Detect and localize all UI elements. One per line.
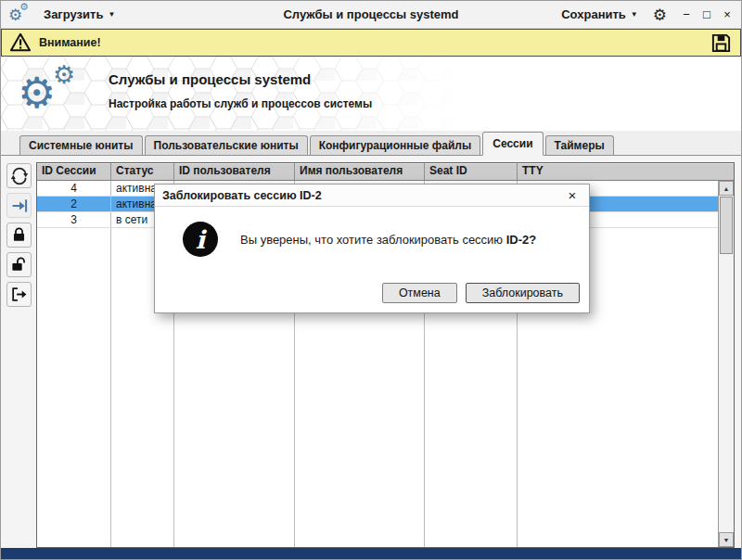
logout-arrow-icon [10,286,28,303]
vertical-scrollbar[interactable]: ▲ ▼ [718,181,734,547]
save-menu-button[interactable]: Сохранить ▼ [556,4,644,25]
page-subtitle: Настройка работы служб и процессов систе… [109,97,372,110]
empty-cell [37,228,111,547]
gear-icon: ⚙ [19,1,29,13]
column-header-tty[interactable]: TTY [518,163,734,181]
lock-confirm-button[interactable]: Заблокировать [466,283,580,303]
lock-closed-icon [10,226,28,244]
column-header-user-name[interactable]: Имя пользователя [295,163,425,181]
column-header-session-id[interactable]: ID Сессии [37,163,111,181]
app-logo-gears-icon: ⚙ ⚙ [18,66,92,125]
chevron-down-icon: ▼ [631,11,638,19]
info-icon: i [183,222,218,257]
gear-icon: ⚙ [18,71,56,114]
column-header-status[interactable]: Статус [111,163,174,181]
load-menu-label: Загрузить [44,7,103,21]
tab-user-units[interactable]: Пользовательские юниты [145,135,308,155]
tab-system-units[interactable]: Системные юниты [19,135,143,155]
close-button[interactable]: × [721,8,734,21]
session-toolbar [4,163,34,312]
dialog-close-icon[interactable]: × [563,187,582,203]
app-gears-icon: ⚙ ⚙ [8,4,32,26]
scrollbar-thumb[interactable] [720,197,733,254]
dialog-titlebar: Заблокировать сессию ID-2 × [155,185,589,207]
cancel-button[interactable]: Отмена [382,283,457,303]
refresh-button[interactable] [6,163,32,188]
save-floppy-icon[interactable] [710,32,732,54]
minimize-button[interactable]: − [680,8,693,21]
footer-bar [1,548,741,559]
tabbar: Системные юниты Пользовательские юниты К… [1,131,741,156]
load-menu-button[interactable]: Загрузить ▼ [38,4,121,25]
table-header-row: ID Сессии Статус ID пользователя Имя пол… [37,163,734,181]
lock-session-dialog: Заблокировать сессию ID-2 × i Вы уверены… [154,184,590,313]
maximize-button[interactable]: □ [700,8,713,21]
dialog-message-text: Вы уверены, что хотите заблокировать сес… [240,233,506,247]
page-title: Службы и процессы systemd [109,71,372,87]
dialog-message-target: ID-2? [506,233,537,247]
chevron-down-icon: ▼ [108,11,115,19]
settings-gear-icon[interactable]: ⚙ [653,6,667,24]
tab-timers[interactable]: Таймеры [545,135,614,155]
tab-sessions[interactable]: Сессии [482,132,543,156]
dialog-message: Вы уверены, что хотите заблокировать сес… [240,233,536,247]
page-header: ⚙ ⚙ Службы и процессы systemd Настройка … [1,57,741,131]
lock-open-icon [10,256,28,274]
lock-session-button[interactable] [6,223,32,248]
activate-session-button[interactable] [6,193,32,218]
column-header-user-id[interactable]: ID пользователя [174,163,295,181]
tab-config-files[interactable]: Конфигурационные файлы [310,135,481,155]
cell-session-id: 4 [37,181,111,196]
scroll-up-button[interactable]: ▲ [719,181,734,196]
unlock-session-button[interactable] [6,252,32,277]
warning-bar: Внимание! [1,29,741,57]
column-header-seat-id[interactable]: Seat ID [425,163,518,181]
warning-text: Внимание! [39,36,101,49]
dialog-body: i Вы уверены, что хотите заблокировать с… [155,207,589,257]
titlebar: ⚙ ⚙ Загрузить ▼ Службы и процессы system… [1,1,741,29]
refresh-icon [10,167,29,185]
login-arrow-icon [10,197,29,215]
gear-icon: ⚙ [53,62,75,87]
dialog-title: Заблокировать сессию ID-2 [162,189,322,202]
dialog-buttons: Отмена Заблокировать [382,283,580,303]
scroll-down-button[interactable]: ▼ [719,532,734,547]
terminate-session-button[interactable] [6,282,32,307]
save-menu-label: Сохранить [561,7,626,21]
window-controls: − □ × [680,8,734,21]
cell-session-id: 3 [37,212,111,227]
app-window: ⚙ ⚙ Загрузить ▼ Службы и процессы system… [0,0,742,560]
warning-triangle-icon [10,32,31,53]
cell-session-id: 2 [37,197,111,211]
